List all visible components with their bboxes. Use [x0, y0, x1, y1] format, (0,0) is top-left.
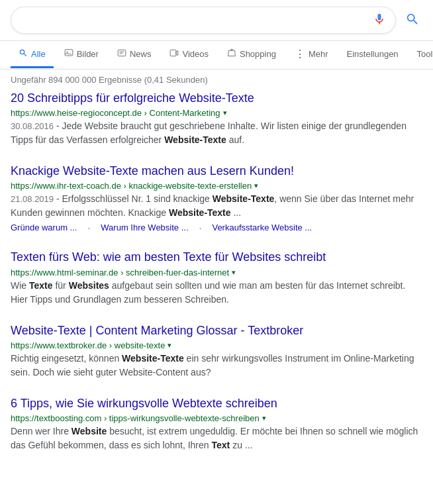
- tab-bilder[interactable]: Bilder: [56, 42, 107, 68]
- result-url-line: https://www.ihr-text-coach.de › knackige…: [11, 181, 421, 191]
- sitelink-2[interactable]: Warum Ihre Website ...: [101, 223, 188, 233]
- result-snippet: 21.08.2019 - Erfolgsschlüssel Nr. 1 sind…: [11, 192, 421, 220]
- svg-rect-2: [118, 50, 126, 56]
- mic-icon[interactable]: [373, 13, 386, 28]
- result-item: 20 Schreibtipps für erfolgreiche Website…: [11, 90, 421, 147]
- result-snippet: 30.08.2016 - Jede Website braucht gut ge…: [11, 119, 421, 147]
- tab-shopping-label: Shopping: [240, 49, 276, 59]
- results-info: Ungefähr 894 000 000 Ergebnisse (0,41 Se…: [0, 70, 433, 90]
- result-title[interactable]: Texten fürs Web: wie am besten Texte für…: [11, 249, 421, 266]
- result-url-dropdown[interactable]: ▾: [223, 109, 227, 117]
- result-title[interactable]: Website-Texte | Content Marketing Glossa…: [11, 323, 421, 339]
- result-snippet: Richtig eingesetzt, können Website-Texte…: [11, 352, 421, 379]
- result-url-dropdown[interactable]: ▾: [254, 181, 258, 190]
- sitelink-1[interactable]: Gründe warum ...: [11, 223, 77, 233]
- tab-news-label: News: [130, 49, 152, 59]
- search-button[interactable]: [403, 9, 422, 31]
- result-url: https://www.textbroker.de › website-text…: [11, 340, 165, 350]
- videos-icon: [169, 48, 179, 60]
- tab-bilder-label: Bilder: [77, 49, 99, 59]
- result-item: Website-Texte | Content Marketing Glossa…: [11, 323, 421, 379]
- tab-shopping[interactable]: Shopping: [219, 42, 284, 68]
- result-url-dropdown[interactable]: ▾: [232, 268, 236, 277]
- search-input[interactable]: webseiten text: [21, 15, 367, 26]
- result-url-line: https://textboosting.com › tipps-wirkung…: [11, 413, 421, 423]
- result-url-line: https://www.html-seminar.de › schreiben-…: [11, 268, 421, 277]
- result-date: 21.08.2019: [11, 194, 54, 204]
- result-sitelinks: Gründe warum ... · Warum Ihre Website ..…: [11, 223, 421, 233]
- result-snippet: Wie Texte für Websites aufgebaut sein so…: [11, 279, 421, 307]
- tab-einstellungen[interactable]: Einstellungen: [339, 42, 407, 68]
- tab-alle[interactable]: Alle: [11, 42, 54, 68]
- nav-tabs: Alle Bilder News Videos Shopping ⋮ Mehr …: [0, 41, 433, 70]
- result-url-line: https://www.textbroker.de › website-text…: [11, 340, 421, 350]
- sitelink-separator: ·: [199, 223, 202, 233]
- search-bar: webseiten text: [0, 0, 433, 41]
- tab-mehr[interactable]: ⋮ Mehr: [287, 41, 336, 69]
- tab-videos[interactable]: Videos: [162, 42, 216, 68]
- shopping-icon: [227, 48, 236, 60]
- result-title[interactable]: 6 Tipps, wie Sie wirkungsvolle Webtexte …: [11, 395, 421, 412]
- result-snippet: Denn wer Ihre Website besucht, ist extre…: [11, 425, 421, 452]
- result-title[interactable]: 20 Schreibtipps für erfolgreiche Website…: [11, 90, 421, 107]
- tab-einstellungen-label: Einstellungen: [347, 49, 399, 59]
- tab-videos-label: Videos: [182, 49, 209, 59]
- result-url-dropdown[interactable]: ▾: [168, 341, 171, 350]
- svg-rect-5: [171, 50, 177, 56]
- tab-tools-label: Tools: [417, 49, 433, 59]
- sitelink-3[interactable]: Verkaufsstarke Website ...: [212, 223, 312, 233]
- tab-mehr-label: Mehr: [309, 49, 328, 59]
- result-item: Texten fürs Web: wie am besten Texte für…: [11, 249, 421, 306]
- result-url: https://textboosting.com › tipps-wirkung…: [11, 413, 260, 423]
- alle-icon: [19, 48, 28, 60]
- sitelink-separator: ·: [87, 223, 90, 233]
- result-date: 30.08.2016: [11, 121, 54, 131]
- search-input-wrapper[interactable]: webseiten text: [11, 7, 396, 34]
- news-icon: [117, 48, 126, 60]
- bilder-icon: [64, 48, 73, 60]
- tab-news[interactable]: News: [109, 42, 160, 68]
- result-title[interactable]: Knackige Website-Texte machen aus Lesern…: [11, 163, 421, 179]
- mehr-icon: ⋮: [295, 48, 305, 60]
- result-url-dropdown[interactable]: ▾: [262, 414, 266, 423]
- tab-alle-label: Alle: [31, 49, 46, 59]
- result-url: https://www.heise-regioconcept.de › Cont…: [11, 108, 220, 118]
- result-url: https://www.ihr-text-coach.de › knackige…: [11, 181, 252, 191]
- result-item: Knackige Website-Texte machen aus Lesern…: [11, 163, 421, 233]
- result-url-line: https://www.heise-regioconcept.de › Cont…: [11, 108, 421, 118]
- result-item: 6 Tipps, wie Sie wirkungsvolle Webtexte …: [11, 395, 421, 452]
- results-container: 20 Schreibtipps für erfolgreiche Website…: [0, 90, 433, 452]
- tab-tools[interactable]: Tools: [409, 42, 433, 68]
- result-url: https://www.html-seminar.de › schreiben-…: [11, 268, 229, 277]
